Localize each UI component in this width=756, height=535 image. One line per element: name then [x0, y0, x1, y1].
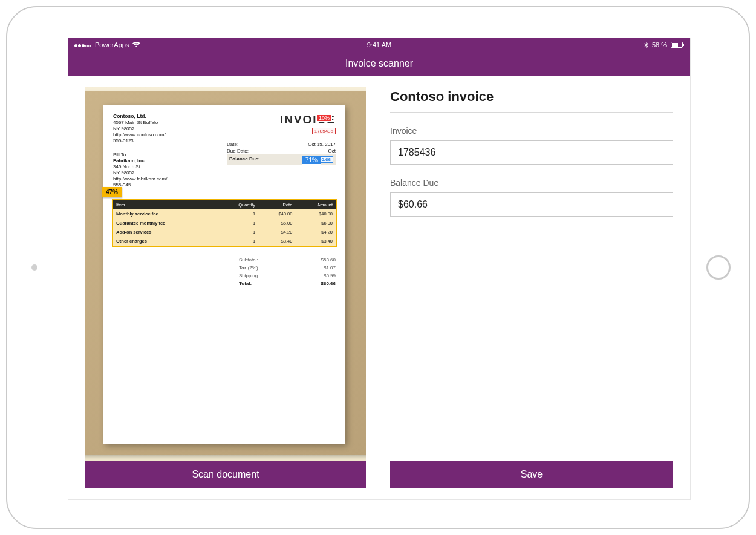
table-row: Monthly service fee1$40.00$40.00: [113, 209, 336, 218]
cell-qty: 1: [216, 228, 258, 237]
meta-due-label: Due Date:: [227, 148, 249, 154]
invoice-paper: Contoso, Ltd. 4567 Main St Buffalo NY 98…: [103, 105, 345, 444]
form-panel: Contoso invoice Invoice Balance Due Save: [379, 76, 690, 499]
carrier-label: PowerApps: [95, 41, 129, 48]
status-bar: PowerApps 9:41 AM 58 %: [68, 38, 690, 51]
subtotal-label: Subtotal:: [239, 257, 258, 263]
totals-block: Subtotal:$53.60 Tax (2%):$1.07 Shipping:…: [239, 256, 336, 287]
tax-value: $1.07: [324, 265, 336, 271]
invoice-number-box: 1785436: [312, 128, 336, 134]
form-heading: Contoso invoice: [390, 89, 673, 113]
scan-document-button[interactable]: Scan document: [85, 461, 366, 488]
billto-block: Bill To: Fabrikam, Inc. 345 North St NY …: [113, 152, 167, 188]
cell-item: Guarantee monthly fee: [113, 218, 216, 228]
app-screen: PowerApps 9:41 AM 58 % Invoice scanner: [68, 38, 691, 500]
table-row: Guarantee monthly fee1$6.00$6.00: [113, 218, 336, 228]
billto-heading: Bill To:: [113, 152, 127, 157]
shipping-value: $5.99: [324, 273, 336, 278]
billto-website: http://www.fabrikam.com/: [113, 176, 167, 182]
tablet-frame: PowerApps 9:41 AM 58 % Invoice scanner: [6, 6, 750, 529]
sender-address1: 4567 Main St Buffalo: [113, 120, 158, 125]
col-amount: Amount: [295, 200, 336, 209]
signal-dots-icon: [74, 41, 91, 48]
meta-date-value: Oct 15, 2017: [308, 142, 336, 147]
meta-date-label: Date:: [227, 142, 238, 147]
subtotal-value: $53.60: [321, 257, 336, 263]
tablet-home-button[interactable]: [706, 255, 731, 280]
cell-qty: 1: [216, 218, 258, 228]
save-button[interactable]: Save: [390, 461, 673, 488]
ocr-badge-title: 10%: [316, 114, 332, 122]
balance-field-input[interactable]: [390, 192, 673, 217]
col-rate: Rate: [258, 200, 295, 209]
sender-address2: NY 98052: [113, 126, 134, 131]
scan-preview-panel: Contoso, Ltd. 4567 Main St Buffalo NY 98…: [68, 76, 379, 499]
svg-rect-1: [672, 43, 678, 47]
wifi-icon: [132, 42, 140, 48]
bluetooth-icon: [644, 42, 648, 48]
cell-rate: $4.20: [258, 228, 295, 237]
line-items-table: Item Quantity Rate Amount Monthly servic…: [112, 199, 337, 247]
sender-website: http://www.contoso.com/: [113, 132, 166, 137]
col-qty: Quantity: [216, 200, 258, 209]
invoice-field-label: Invoice: [390, 126, 673, 136]
shipping-label: Shipping:: [239, 273, 259, 278]
table-row: Other charges1$3.40$3.40: [113, 237, 336, 246]
balance-field-label: Balance Due: [390, 178, 673, 188]
svg-rect-2: [683, 44, 684, 46]
invoice-field-input[interactable]: [390, 140, 673, 165]
cell-item: Other charges: [113, 237, 216, 246]
cell-rate: $40.00: [258, 209, 295, 218]
battery-text: 58 %: [652, 41, 667, 48]
total-value: $60.66: [321, 281, 336, 286]
col-item: Item: [113, 200, 216, 209]
cell-item: Monthly service fee: [113, 209, 216, 218]
app-title: Invoice scanner: [345, 58, 413, 69]
billto-address2: NY 98052: [113, 170, 134, 176]
meta-due-value: Oct: [328, 148, 336, 154]
meta-balance-label: Balance Due:: [229, 156, 260, 163]
status-time: 9:41 AM: [367, 41, 391, 48]
app-header: Invoice scanner: [68, 51, 690, 76]
billto-company: Fabrikam, Inc.: [113, 158, 146, 163]
ocr-badge-duedate: 71%: [302, 156, 321, 165]
battery-icon: [671, 42, 684, 48]
ocr-badge-table: 47%: [102, 187, 122, 197]
cell-amount: $4.20: [295, 228, 336, 237]
sender-phone: 555-0123: [113, 138, 134, 143]
sender-company: Contoso, Ltd.: [113, 113, 146, 119]
cell-amount: $6.00: [295, 218, 336, 228]
cell-qty: 1: [216, 209, 258, 218]
cell-amount: $40.00: [295, 209, 336, 218]
table-row: Add-on services1$4.20$4.20: [113, 228, 336, 237]
total-label: Total:: [239, 281, 252, 286]
cell-rate: $3.40: [258, 237, 295, 246]
billto-address1: 345 North St: [113, 164, 140, 169]
cell-qty: 1: [216, 237, 258, 246]
cell-amount: $3.40: [295, 237, 336, 246]
document-preview: Contoso, Ltd. 4567 Main St Buffalo NY 98…: [85, 87, 366, 461]
tablet-left-dot: [31, 264, 37, 271]
tax-label: Tax (2%):: [239, 265, 259, 271]
cell-rate: $6.00: [258, 218, 295, 228]
cell-item: Add-on services: [113, 228, 216, 237]
